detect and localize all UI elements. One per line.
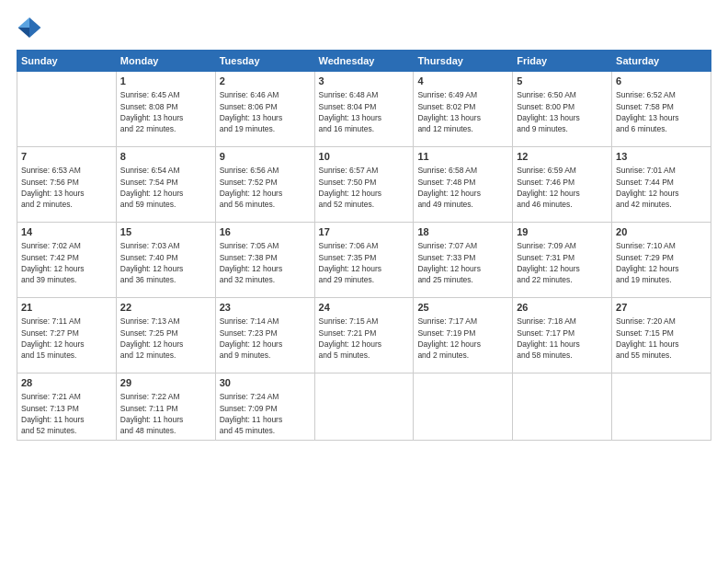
calendar-cell: 19Sunrise: 7:09 AM Sunset: 7:31 PM Dayli… [513, 223, 612, 298]
calendar-cell: 5Sunrise: 6:50 AM Sunset: 8:00 PM Daylig… [513, 72, 612, 147]
weekday-header: Wednesday [314, 51, 414, 72]
day-number: 13 [616, 150, 707, 164]
calendar-cell: 1Sunrise: 6:45 AM Sunset: 8:08 PM Daylig… [116, 72, 215, 147]
calendar-cell: 30Sunrise: 7:24 AM Sunset: 7:09 PM Dayli… [215, 373, 314, 441]
day-info: Sunrise: 6:54 AM Sunset: 7:54 PM Dayligh… [120, 165, 211, 210]
day-number: 30 [220, 376, 311, 390]
calendar-cell [513, 373, 612, 441]
day-info: Sunrise: 7:18 AM Sunset: 7:17 PM Dayligh… [517, 316, 608, 361]
day-info: Sunrise: 6:45 AM Sunset: 8:08 PM Dayligh… [120, 89, 211, 134]
calendar-cell: 12Sunrise: 6:59 AM Sunset: 7:46 PM Dayli… [513, 147, 612, 223]
logo-icon [17, 15, 42, 40]
calendar-cell: 14Sunrise: 7:02 AM Sunset: 7:42 PM Dayli… [17, 223, 117, 298]
day-info: Sunrise: 6:52 AM Sunset: 7:58 PM Dayligh… [616, 89, 707, 134]
calendar-cell: 3Sunrise: 6:48 AM Sunset: 8:04 PM Daylig… [314, 72, 414, 147]
day-number: 3 [319, 75, 410, 88]
calendar-cell [414, 373, 513, 441]
calendar-cell: 6Sunrise: 6:52 AM Sunset: 7:58 PM Daylig… [612, 72, 711, 147]
svg-marker-2 [18, 28, 29, 38]
day-number: 19 [517, 225, 608, 239]
day-info: Sunrise: 7:07 AM Sunset: 7:33 PM Dayligh… [417, 240, 508, 285]
day-info: Sunrise: 7:05 AM Sunset: 7:38 PM Dayligh… [220, 240, 311, 285]
calendar-cell: 15Sunrise: 7:03 AM Sunset: 7:40 PM Dayli… [116, 223, 215, 298]
weekday-header: Saturday [612, 51, 711, 72]
day-number: 29 [120, 376, 211, 390]
day-number: 16 [220, 225, 311, 239]
day-number: 5 [517, 75, 608, 88]
day-info: Sunrise: 7:06 AM Sunset: 7:35 PM Dayligh… [319, 240, 410, 285]
day-number: 17 [319, 225, 410, 239]
calendar-cell: 9Sunrise: 6:56 AM Sunset: 7:52 PM Daylig… [215, 147, 314, 223]
calendar-cell: 24Sunrise: 7:15 AM Sunset: 7:21 PM Dayli… [314, 298, 414, 373]
day-number: 14 [21, 225, 112, 239]
calendar-cell: 26Sunrise: 7:18 AM Sunset: 7:17 PM Dayli… [513, 298, 612, 373]
day-number: 1 [120, 75, 211, 88]
day-info: Sunrise: 7:11 AM Sunset: 7:27 PM Dayligh… [21, 316, 112, 361]
weekday-header: Monday [116, 51, 215, 72]
day-info: Sunrise: 6:58 AM Sunset: 7:48 PM Dayligh… [417, 165, 508, 210]
calendar-cell [17, 72, 117, 147]
day-info: Sunrise: 6:59 AM Sunset: 7:46 PM Dayligh… [517, 165, 608, 210]
calendar-cell: 2Sunrise: 6:46 AM Sunset: 8:06 PM Daylig… [215, 72, 314, 147]
calendar-cell: 17Sunrise: 7:06 AM Sunset: 7:35 PM Dayli… [314, 223, 414, 298]
calendar-cell: 20Sunrise: 7:10 AM Sunset: 7:29 PM Dayli… [612, 223, 711, 298]
calendar-cell: 22Sunrise: 7:13 AM Sunset: 7:25 PM Dayli… [116, 298, 215, 373]
calendar-week-row: 28Sunrise: 7:21 AM Sunset: 7:13 PM Dayli… [17, 373, 711, 441]
day-info: Sunrise: 6:49 AM Sunset: 8:02 PM Dayligh… [417, 89, 508, 134]
calendar-cell: 10Sunrise: 6:57 AM Sunset: 7:50 PM Dayli… [314, 147, 414, 223]
day-info: Sunrise: 6:56 AM Sunset: 7:52 PM Dayligh… [220, 165, 311, 210]
day-info: Sunrise: 7:03 AM Sunset: 7:40 PM Dayligh… [120, 240, 211, 285]
day-number: 8 [120, 150, 211, 164]
day-info: Sunrise: 7:24 AM Sunset: 7:09 PM Dayligh… [220, 391, 311, 436]
day-number: 7 [21, 150, 112, 164]
day-info: Sunrise: 7:10 AM Sunset: 7:29 PM Dayligh… [616, 240, 707, 285]
day-number: 2 [220, 75, 311, 88]
calendar-cell: 11Sunrise: 6:58 AM Sunset: 7:48 PM Dayli… [414, 147, 513, 223]
calendar-table: SundayMondayTuesdayWednesdayThursdayFrid… [17, 50, 711, 441]
day-number: 18 [417, 225, 508, 239]
calendar-cell [612, 373, 711, 441]
logo [17, 15, 46, 40]
day-number: 20 [616, 225, 707, 239]
calendar-cell: 7Sunrise: 6:53 AM Sunset: 7:56 PM Daylig… [17, 147, 117, 223]
day-number: 27 [616, 301, 707, 315]
day-number: 22 [120, 301, 211, 315]
svg-marker-3 [29, 28, 40, 38]
day-info: Sunrise: 7:02 AM Sunset: 7:42 PM Dayligh… [21, 240, 112, 285]
day-info: Sunrise: 7:15 AM Sunset: 7:21 PM Dayligh… [319, 316, 410, 361]
day-number: 11 [417, 150, 508, 164]
day-number: 28 [21, 376, 112, 390]
day-info: Sunrise: 7:13 AM Sunset: 7:25 PM Dayligh… [120, 316, 211, 361]
calendar-cell: 13Sunrise: 7:01 AM Sunset: 7:44 PM Dayli… [612, 147, 711, 223]
day-info: Sunrise: 6:46 AM Sunset: 8:06 PM Dayligh… [220, 89, 311, 134]
day-info: Sunrise: 6:50 AM Sunset: 8:00 PM Dayligh… [517, 89, 608, 134]
day-info: Sunrise: 7:17 AM Sunset: 7:19 PM Dayligh… [417, 316, 508, 361]
calendar-week-row: 7Sunrise: 6:53 AM Sunset: 7:56 PM Daylig… [17, 147, 711, 223]
day-info: Sunrise: 7:20 AM Sunset: 7:15 PM Dayligh… [616, 316, 707, 361]
day-info: Sunrise: 7:22 AM Sunset: 7:11 PM Dayligh… [120, 391, 211, 436]
calendar-cell: 18Sunrise: 7:07 AM Sunset: 7:33 PM Dayli… [414, 223, 513, 298]
calendar-header-row: SundayMondayTuesdayWednesdayThursdayFrid… [17, 51, 711, 72]
day-number: 9 [220, 150, 311, 164]
day-number: 25 [417, 301, 508, 315]
day-number: 4 [417, 75, 508, 88]
calendar-cell: 4Sunrise: 6:49 AM Sunset: 8:02 PM Daylig… [414, 72, 513, 147]
calendar-week-row: 21Sunrise: 7:11 AM Sunset: 7:27 PM Dayli… [17, 298, 711, 373]
calendar-page: SundayMondayTuesdayWednesdayThursdayFrid… [0, 0, 728, 563]
weekday-header: Friday [513, 51, 612, 72]
calendar-cell: 21Sunrise: 7:11 AM Sunset: 7:27 PM Dayli… [17, 298, 117, 373]
day-info: Sunrise: 7:01 AM Sunset: 7:44 PM Dayligh… [616, 165, 707, 210]
day-number: 15 [120, 225, 211, 239]
weekday-header: Thursday [414, 51, 513, 72]
calendar-cell: 23Sunrise: 7:14 AM Sunset: 7:23 PM Dayli… [215, 298, 314, 373]
day-number: 21 [21, 301, 112, 315]
day-number: 24 [319, 301, 410, 315]
day-info: Sunrise: 7:14 AM Sunset: 7:23 PM Dayligh… [220, 316, 311, 361]
day-number: 26 [517, 301, 608, 315]
day-number: 23 [220, 301, 311, 315]
calendar-cell: 25Sunrise: 7:17 AM Sunset: 7:19 PM Dayli… [414, 298, 513, 373]
day-info: Sunrise: 6:57 AM Sunset: 7:50 PM Dayligh… [319, 165, 410, 210]
calendar-cell: 28Sunrise: 7:21 AM Sunset: 7:13 PM Dayli… [17, 373, 117, 441]
day-info: Sunrise: 7:09 AM Sunset: 7:31 PM Dayligh… [517, 240, 608, 285]
calendar-week-row: 14Sunrise: 7:02 AM Sunset: 7:42 PM Dayli… [17, 223, 711, 298]
